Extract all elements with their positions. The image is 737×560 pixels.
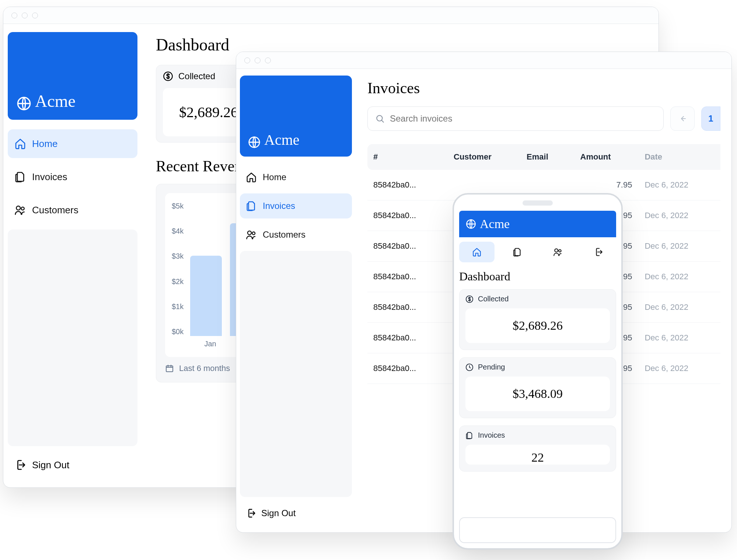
home-icon: [14, 138, 26, 150]
window-titlebar: [3, 7, 659, 24]
home-icon: [472, 247, 482, 257]
users-icon: [553, 247, 563, 257]
search-field[interactable]: [367, 106, 664, 131]
sidebar-item-home[interactable]: Home: [240, 165, 352, 190]
metric-label: Collected: [178, 71, 215, 81]
traffic-light-min[interactable]: [22, 13, 28, 18]
traffic-light-close[interactable]: [11, 13, 17, 18]
cell-date: Dec 6, 2022: [639, 231, 720, 262]
mobile-device: Acme Dashboard Collected $2,689.26 P: [453, 193, 623, 550]
cell-id: 85842ba0...: [367, 323, 448, 353]
cell-date: Dec 6, 2022: [639, 262, 720, 292]
y-tick: $3k: [172, 252, 184, 260]
metric-label: Invoices: [478, 431, 505, 440]
mobile-bottom-bar: [459, 517, 616, 543]
y-tick: $0k: [172, 328, 184, 336]
cell-id: 85842ba0...: [367, 200, 448, 231]
sidebar-item-customers[interactable]: Customers: [240, 222, 352, 247]
window-titlebar: [236, 52, 731, 69]
page-number: 1: [708, 113, 713, 124]
signout-icon: [246, 508, 256, 518]
mobile-tab-home[interactable]: [459, 242, 495, 262]
sidebar-item-label: Home: [263, 172, 286, 182]
traffic-light-max[interactable]: [32, 13, 38, 18]
col-email: Email: [521, 144, 570, 170]
sidebar: Acme Home Invoices Customers Sign Out: [236, 69, 356, 532]
signout-icon: [594, 247, 603, 257]
document-icon: [465, 431, 474, 440]
users-icon: [14, 204, 26, 216]
chart-y-axis: $5k $4k $3k $2k $1k $0k: [172, 202, 187, 336]
home-icon: [246, 172, 257, 183]
col-date: Date: [639, 144, 720, 170]
metric-value: $2,689.26: [465, 308, 610, 343]
document-icon: [246, 200, 257, 211]
metric-value: 22: [465, 445, 610, 465]
sidebar-item-customers[interactable]: Customers: [8, 196, 137, 224]
cell-date: Dec 6, 2022: [639, 353, 720, 384]
cell-date: Dec 6, 2022: [639, 323, 720, 353]
y-tick: $5k: [172, 202, 184, 210]
sidebar-item-label: Invoices: [32, 171, 67, 183]
brand-name: Acme: [264, 131, 300, 148]
sidebar-item-label: Invoices: [263, 201, 295, 211]
svg-point-10: [555, 249, 558, 252]
traffic-light-min[interactable]: [255, 57, 261, 63]
dollar-icon: [163, 71, 173, 81]
y-tick: $2k: [172, 277, 184, 286]
cell-id: 85842ba0...: [367, 353, 448, 384]
clock-icon: [465, 363, 474, 371]
brand-logo: Acme: [8, 32, 137, 120]
cell-id: 85842ba0...: [367, 292, 448, 323]
col-amount: Amount: [570, 144, 639, 170]
globe-icon: [17, 96, 31, 111]
calendar-icon: [165, 364, 174, 373]
arrow-left-icon: [678, 114, 687, 123]
sidebar-item-label: Customers: [263, 230, 305, 240]
sidebar-filler: [240, 251, 352, 497]
sidebar-item-label: Home: [32, 138, 57, 150]
mobile-tab-signout[interactable]: [581, 242, 616, 262]
sign-out-button[interactable]: Sign Out: [240, 501, 352, 526]
mobile-tab-invoices[interactable]: [500, 242, 535, 262]
sidebar-item-home[interactable]: Home: [8, 129, 137, 158]
cell-date: Dec 6, 2022: [639, 200, 720, 231]
chart-bar: [190, 256, 222, 336]
globe-icon: [248, 136, 261, 148]
metric-label: Pending: [478, 363, 505, 371]
mobile-tab-customers[interactable]: [540, 242, 576, 262]
search-icon: [375, 114, 385, 123]
svg-point-2: [21, 207, 24, 210]
svg-rect-4: [166, 366, 173, 372]
sign-out-button[interactable]: Sign Out: [8, 451, 137, 479]
svg-point-1: [16, 206, 20, 210]
sidebar-item-label: Customers: [32, 204, 78, 216]
users-icon: [246, 229, 257, 240]
dollar-icon: [465, 295, 474, 303]
document-icon: [513, 247, 522, 257]
search-input[interactable]: [390, 113, 656, 124]
brand-name: Acme: [35, 91, 76, 111]
metric-label: Collected: [478, 295, 509, 303]
brand-name: Acme: [480, 217, 510, 231]
traffic-light-close[interactable]: [244, 57, 250, 63]
cell-id: 85842ba0...: [367, 231, 448, 262]
sign-out-label: Sign Out: [32, 459, 69, 471]
pagination-prev[interactable]: [670, 106, 695, 131]
document-icon: [14, 171, 26, 183]
sidebar-item-invoices[interactable]: Invoices: [240, 193, 352, 218]
y-tick: $1k: [172, 302, 184, 311]
chart-footer: Last 6 months: [179, 364, 230, 373]
metric-card-collected: Collected $2,689.26: [459, 289, 616, 350]
cell-id: 85842ba0...: [367, 170, 448, 200]
y-tick: $4k: [172, 227, 184, 235]
globe-icon: [466, 219, 476, 229]
sign-out-label: Sign Out: [261, 508, 296, 518]
pagination-current[interactable]: 1: [701, 106, 720, 131]
sidebar-item-invoices[interactable]: Invoices: [8, 162, 137, 191]
cell-date: Dec 6, 2022: [639, 170, 720, 200]
traffic-light-max[interactable]: [265, 57, 271, 63]
page-title: Dashboard: [459, 270, 616, 283]
sidebar: Acme Home Invoices Customers Sign Out: [3, 24, 143, 487]
cell-id: 85842ba0...: [367, 262, 448, 292]
